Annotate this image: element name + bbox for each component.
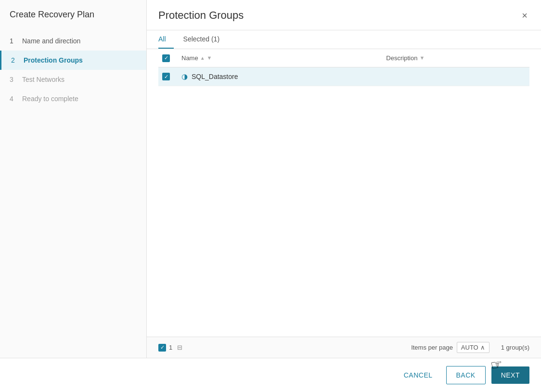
row-checkmark: ✓ xyxy=(164,74,168,79)
row-description-cell xyxy=(382,67,529,86)
step-number-2: 2 xyxy=(11,56,19,64)
wizard-step-2[interactable]: 2 Protection Groups xyxy=(0,51,146,70)
tabs-bar: All Selected (1) xyxy=(147,30,541,49)
create-recovery-plan-dialog: Create Recovery Plan 1 Name and directio… xyxy=(0,0,541,392)
wizard-title: Create Recovery Plan xyxy=(0,10,146,31)
dialog-body: Create Recovery Plan 1 Name and directio… xyxy=(0,0,541,358)
wizard-steps-list: 1 Name and direction 2 Protection Groups… xyxy=(0,31,146,108)
step-label-1: Name and direction xyxy=(22,37,80,45)
name-sort-asc-icon[interactable]: ▲ xyxy=(200,55,205,61)
footer-checkmark: ✓ xyxy=(160,345,165,350)
back-button[interactable]: BACK xyxy=(446,366,486,384)
description-column-label: Description xyxy=(386,54,417,62)
next-button[interactable]: NEXT xyxy=(491,366,529,384)
footer-expand-icon[interactable]: ⊟ xyxy=(177,344,182,351)
protection-groups-table-area: ✓ Name ▲ ▼ xyxy=(147,49,541,337)
groups-count-label: 1 group(s) xyxy=(501,344,529,351)
cancel-button[interactable]: CANCEL xyxy=(396,366,440,384)
name-filter-icon[interactable]: ▼ xyxy=(207,55,212,61)
name-column-label: Name xyxy=(181,54,198,62)
name-column-header-inner: Name ▲ ▼ xyxy=(181,54,378,62)
wizard-step-3: 3 Test Networks xyxy=(0,70,146,89)
row-checkbox[interactable]: ✓ xyxy=(162,73,170,80)
tab-all[interactable]: All xyxy=(158,30,174,49)
footer-checkbox-area: ✓ 1 ⊟ xyxy=(158,344,182,352)
footer-selected-count: 1 xyxy=(169,344,172,351)
step-label-4: Ready to complete xyxy=(22,95,78,103)
select-all-checkmark: ✓ xyxy=(164,55,168,61)
page-size-chevron-icon: ∧ xyxy=(480,344,485,351)
row-name-content: ◑ SQL_Datastore xyxy=(181,72,378,81)
protection-groups-table: ✓ Name ▲ ▼ xyxy=(158,49,529,86)
select-all-checkbox[interactable]: ✓ xyxy=(162,54,170,62)
row-name-cell: ◑ SQL_Datastore xyxy=(178,67,382,86)
protection-group-shield-icon: ◑ xyxy=(181,72,188,81)
table-footer: ✓ 1 ⊟ Items per page AUTO ∧ 1 group(s) xyxy=(147,337,541,358)
tab-selected[interactable]: Selected (1) xyxy=(183,30,227,49)
description-column-header: Description ▼ xyxy=(382,49,529,67)
step-number-3: 3 xyxy=(10,76,17,83)
wizard-step-1[interactable]: 1 Name and direction xyxy=(0,31,146,51)
page-size-selector[interactable]: AUTO ∧ xyxy=(457,342,489,353)
table-row[interactable]: ✓ ◑ SQL_Datastore xyxy=(158,67,529,86)
step-label-2: Protection Groups xyxy=(24,56,83,64)
wizard-step-4: 4 Ready to complete xyxy=(0,89,146,108)
step-label-3: Test Networks xyxy=(22,76,64,83)
wizard-sidebar: Create Recovery Plan 1 Name and directio… xyxy=(0,0,147,358)
step-number-4: 4 xyxy=(10,95,17,103)
page-size-value: AUTO xyxy=(461,344,478,351)
select-all-header: ✓ xyxy=(158,49,178,67)
name-column-header: Name ▲ ▼ xyxy=(178,49,382,67)
description-column-header-inner: Description ▼ xyxy=(386,54,526,62)
row-checkbox-cell: ✓ xyxy=(158,67,178,86)
main-content: Protection Groups × All Selected (1) ✓ xyxy=(147,0,541,358)
items-per-page-label: Items per page xyxy=(411,344,453,351)
description-filter-icon[interactable]: ▼ xyxy=(419,55,425,61)
panel-header: Protection Groups × xyxy=(147,0,541,30)
footer-select-checkbox[interactable]: ✓ xyxy=(158,344,166,352)
row-name-label: SQL_Datastore xyxy=(192,73,238,80)
step-number-1: 1 xyxy=(10,37,17,45)
table-header-row: ✓ Name ▲ ▼ xyxy=(158,49,529,67)
close-button[interactable]: × xyxy=(520,9,529,22)
panel-title: Protection Groups xyxy=(158,9,244,22)
dialog-actions: CANCEL BACK NEXT xyxy=(0,358,541,392)
items-per-page-control: Items per page AUTO ∧ 1 group(s) xyxy=(411,342,529,353)
